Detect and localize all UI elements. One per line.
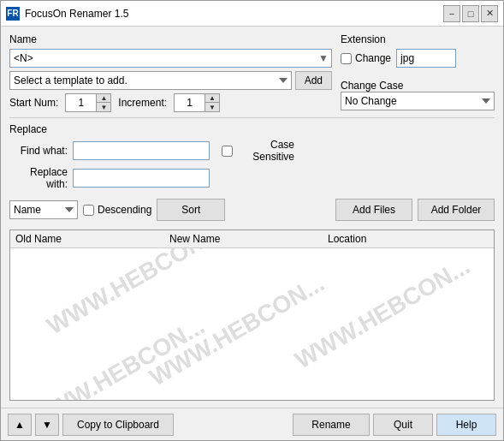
main-window: FR FocusOn Renamer 1.5 − □ ✕ Name ▼ Sele… (0, 0, 504, 441)
bottom-bar: ▲ ▼ Copy to Clipboard Rename Quit Help (1, 408, 503, 440)
rename-button[interactable]: Rename (293, 414, 370, 436)
change-label: Change (355, 52, 391, 64)
increment-spinner-buttons: ▲ ▼ (205, 93, 220, 112)
template-select[interactable]: Select a template to add. (9, 71, 292, 90)
app-icon: FR (6, 7, 20, 21)
file-table-header: Old Name New Name Location (10, 230, 494, 248)
help-button[interactable]: Help (436, 414, 496, 436)
col-old-name-header: Old Name (15, 233, 169, 245)
start-num-input[interactable] (65, 93, 96, 112)
add-files-button[interactable]: Add Files (335, 199, 412, 221)
start-num-label: Start Num: (9, 97, 58, 109)
move-up-button[interactable]: ▲ (8, 414, 32, 436)
sort-button[interactable]: Sort (157, 199, 225, 221)
increment-down[interactable]: ▼ (205, 103, 219, 111)
extension-row: Change (341, 49, 495, 68)
quit-button[interactable]: Quit (373, 414, 433, 436)
descending-label: Descending (98, 204, 151, 216)
replace-with-input[interactable] (73, 169, 210, 188)
close-button[interactable]: ✕ (481, 5, 498, 22)
start-num-down[interactable]: ▼ (97, 103, 110, 111)
case-sensitive-row: Case Sensitive (222, 139, 294, 163)
replace-label: Replace (9, 123, 495, 135)
name-label: Name (9, 33, 332, 45)
sort-by-select[interactable]: Name (9, 200, 78, 219)
increment-input[interactable] (174, 93, 205, 112)
change-checkbox[interactable] (341, 53, 352, 64)
replace-with-row: Replace with: (9, 166, 495, 190)
increment-up[interactable]: ▲ (205, 94, 219, 103)
name-input-row: ▼ (9, 49, 332, 68)
minimize-button[interactable]: − (443, 5, 460, 22)
extension-input[interactable] (396, 49, 456, 68)
template-row: Select a template to add. Add (9, 71, 332, 90)
title-bar-left: FR FocusOn Renamer 1.5 (6, 7, 128, 21)
watermark-4: WWW.HEBCON... (290, 253, 474, 375)
watermark-2: WWW.HEBCON... (145, 270, 329, 392)
file-table-body[interactable]: WWW.HEBCON... WWW.HEBCON... WWW.HEBCON..… (10, 248, 494, 400)
extension-label: Extension (341, 33, 495, 45)
find-what-label: Find what: (9, 145, 68, 157)
add-button[interactable]: Add (295, 71, 332, 90)
start-num-spinner-buttons: ▲ ▼ (96, 93, 111, 112)
replace-with-label: Replace with: (9, 166, 68, 190)
increment-spinner: ▲ ▼ (174, 93, 220, 112)
replace-section: Replace Find what: Case Sensitive Replac… (9, 117, 495, 194)
find-what-row: Find what: Case Sensitive (9, 139, 495, 163)
sort-row: Name Descending Sort Add Files Add Folde… (9, 199, 495, 224)
file-table: Old Name New Name Location WWW.HEBCON...… (9, 229, 495, 401)
name-input[interactable] (9, 49, 332, 68)
extension-section: Extension Change Change Case No Change (341, 33, 495, 112)
title-bar: FR FocusOn Renamer 1.5 − □ ✕ (1, 1, 503, 27)
change-case-label: Change Case (341, 80, 495, 92)
window-title: FocusOn Renamer 1.5 (25, 8, 128, 20)
change-checkbox-row: Change (341, 52, 391, 64)
col-new-name-header: New Name (169, 233, 328, 245)
col-location-header: Location (328, 233, 489, 245)
change-case-select[interactable]: No Change (341, 92, 495, 110)
maximize-button[interactable]: □ (462, 5, 479, 22)
add-folder-button[interactable]: Add Folder (418, 199, 495, 221)
start-num-spinner: ▲ ▼ (65, 93, 111, 112)
window-controls: − □ ✕ (443, 5, 498, 22)
main-content: Name ▼ Select a template to add. Add Sta… (1, 27, 503, 408)
top-section: Name ▼ Select a template to add. Add Sta… (9, 33, 495, 112)
start-increment-row: Start Num: ▲ ▼ Increment: ▲ ▼ (9, 93, 332, 112)
descending-checkbox[interactable] (83, 205, 94, 216)
watermark-1: WWW.HEBCON... (42, 248, 226, 340)
copy-to-clipboard-button[interactable]: Copy to Clipboard (62, 414, 174, 436)
start-num-up[interactable]: ▲ (97, 94, 110, 103)
watermark-3: WWW.HEBCON... (25, 313, 209, 400)
descending-checkbox-row: Descending (83, 204, 151, 216)
case-sensitive-label: Case Sensitive (236, 139, 294, 163)
move-down-button[interactable]: ▼ (35, 414, 59, 436)
find-what-input[interactable] (73, 141, 210, 160)
name-section: Name ▼ Select a template to add. Add Sta… (9, 33, 332, 112)
increment-label: Increment: (118, 97, 167, 109)
case-sensitive-checkbox[interactable] (222, 146, 233, 157)
